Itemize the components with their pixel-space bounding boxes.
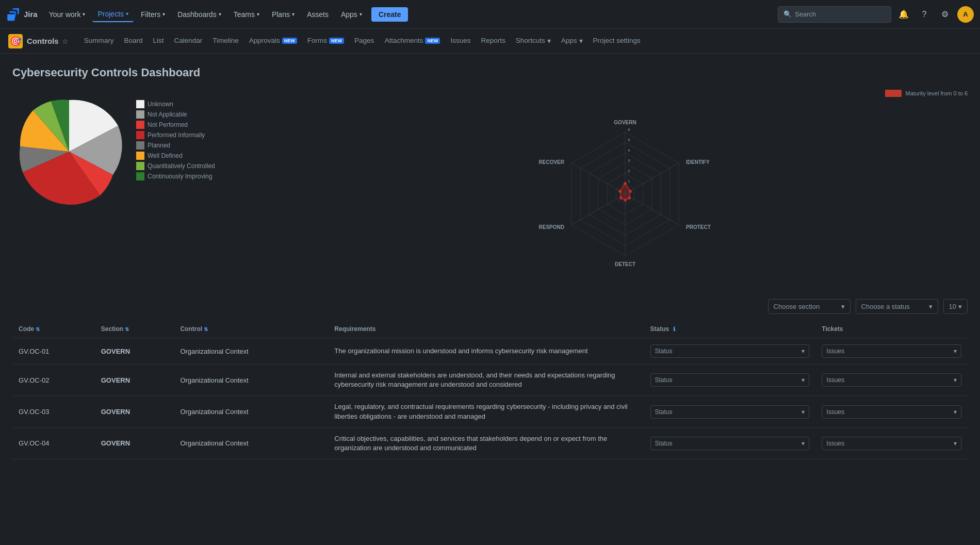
tab-shortcuts[interactable]: Shortcuts ▾ <box>511 29 556 53</box>
nav-dashboards[interactable]: Dashboards ▾ <box>172 7 226 22</box>
status-dropdown[interactable]: Status ▾ <box>650 437 810 450</box>
page-size-dropdown[interactable]: 10 ▾ <box>943 299 968 314</box>
chevron-down-icon: ▾ <box>219 11 221 17</box>
legend-swatch <box>136 110 144 119</box>
nav-your-work[interactable]: Your work ▾ <box>44 7 91 22</box>
info-icon[interactable]: ℹ <box>673 326 675 332</box>
col-header-control[interactable]: Control ⇅ <box>174 320 328 338</box>
tickets-cell: Issues ▾ <box>815 365 968 396</box>
help-button[interactable]: ? <box>916 6 933 23</box>
svg-text:IDENTIFY: IDENTIFY <box>686 159 710 165</box>
control-cell: Organizational Context <box>174 427 328 459</box>
avatar[interactable]: A <box>957 6 974 23</box>
tab-board[interactable]: Board <box>119 29 148 53</box>
legend-swatch <box>136 172 144 180</box>
tab-apps[interactable]: Apps ▾ <box>556 29 588 53</box>
col-header-code[interactable]: Code ⇅ <box>12 320 95 338</box>
legend-swatch <box>136 152 144 160</box>
col-header-section[interactable]: Section ⇅ <box>95 320 174 338</box>
svg-text:RESPOND: RESPOND <box>539 224 564 230</box>
radar-chart-svg: 6 5 4 3 2 1 <box>501 101 749 287</box>
section-cell: GOVERN <box>95 396 174 427</box>
nav-teams[interactable]: Teams ▾ <box>228 7 265 22</box>
chevron-down-icon: ▾ <box>954 348 957 355</box>
project-name: Controls <box>27 37 59 45</box>
star-button[interactable]: ☆ <box>62 37 69 45</box>
chevron-down-icon: ▾ <box>954 376 957 384</box>
legend-well-defined: Well Defined <box>136 152 215 160</box>
nav-apps[interactable]: Apps ▾ <box>336 7 367 22</box>
tab-list[interactable]: List <box>148 29 169 53</box>
chevron-down-icon: ▾ <box>292 11 295 17</box>
svg-point-23 <box>619 196 623 200</box>
col-header-status: Status ℹ <box>644 320 816 338</box>
svg-point-20 <box>629 190 632 193</box>
issues-dropdown[interactable]: Issues ▾ <box>822 344 961 358</box>
notifications-button[interactable]: 🔔 <box>895 6 912 23</box>
legend-unknown: Unknown <box>136 100 215 108</box>
control-cell: Organizational Context <box>174 396 328 427</box>
app-name: Jira <box>24 10 38 19</box>
chevron-down-icon: ▾ <box>83 11 85 17</box>
app-logo[interactable]: Jira <box>6 7 38 22</box>
legend-swatch <box>136 131 144 139</box>
tab-project-settings[interactable]: Project settings <box>588 29 646 53</box>
section-filter-dropdown[interactable]: Choose section ▾ <box>768 299 851 314</box>
svg-text:GOVERN: GOVERN <box>614 120 636 125</box>
col-header-tickets: Tickets <box>815 320 968 338</box>
chart-legend: Unknown Not Applicable Not Performed Per… <box>136 95 215 180</box>
status-dropdown[interactable]: Status ▾ <box>650 373 810 387</box>
legend-not-performed: Not Performed <box>136 121 215 129</box>
project-icon-area[interactable]: 🎯 Controls ☆ <box>8 34 77 48</box>
tab-forms[interactable]: Forms NEW <box>302 29 349 53</box>
chevron-down-icon: ▾ <box>802 376 805 384</box>
top-nav: Jira Your work ▾ Projects ▾ Filters ▾ Da… <box>0 0 980 29</box>
project-tabs: Summary Board List Calendar Timeline App… <box>79 29 646 53</box>
tab-summary[interactable]: Summary <box>79 29 119 53</box>
radar-section: Maturity level from 0 to 6 <box>283 90 968 287</box>
chart-section: Unknown Not Applicable Not Performed Per… <box>12 90 270 287</box>
search-icon: 🔍 <box>783 10 792 18</box>
issues-dropdown[interactable]: Issues ▾ <box>822 437 961 450</box>
issues-dropdown[interactable]: Issues ▾ <box>822 405 961 419</box>
nav-filters[interactable]: Filters ▾ <box>136 7 170 22</box>
tab-pages[interactable]: Pages <box>349 29 379 53</box>
status-cell: Status ▾ <box>644 365 816 396</box>
tab-approvals[interactable]: Approvals NEW <box>244 29 302 53</box>
tab-calendar[interactable]: Calendar <box>169 29 207 53</box>
dashboard-area: Unknown Not Applicable Not Performed Per… <box>12 90 968 287</box>
control-cell: Organizational Context <box>174 365 328 396</box>
section-cell: GOVERN <box>95 427 174 459</box>
new-badge: NEW <box>329 38 344 44</box>
status-dropdown[interactable]: Status ▾ <box>650 405 810 419</box>
requirements-cell: Critical objectives, capabilities, and s… <box>328 427 644 459</box>
nav-assets[interactable]: Assets <box>302 7 334 22</box>
chevron-down-icon: ▾ <box>257 11 259 17</box>
tab-reports[interactable]: Reports <box>476 29 510 53</box>
status-dropdown[interactable]: Status ▾ <box>650 344 810 358</box>
tab-attachments[interactable]: Attachments NEW <box>379 29 445 53</box>
legend-performed-informally: Performed Informally <box>136 131 215 139</box>
svg-text:DETECT: DETECT <box>615 261 635 267</box>
table-row: GV.OC-02 GOVERN Organizational Context I… <box>12 365 968 396</box>
status-filter-dropdown[interactable]: Choose a status ▾ <box>856 299 938 314</box>
nav-projects[interactable]: Projects ▾ <box>92 7 134 22</box>
search-bar[interactable]: 🔍 Search <box>778 6 891 23</box>
legend-swatch <box>136 100 144 108</box>
radar-chart-wrap: 6 5 4 3 2 1 <box>283 101 968 287</box>
sort-icon: ⇅ <box>204 326 208 332</box>
table-row: GV.OC-04 GOVERN Organizational Context C… <box>12 427 968 459</box>
status-cell: Status ▾ <box>644 338 816 365</box>
sort-icon: ⇅ <box>36 326 40 332</box>
settings-button[interactable]: ⚙ <box>937 6 953 23</box>
tab-timeline[interactable]: Timeline <box>207 29 244 53</box>
issues-dropdown[interactable]: Issues ▾ <box>822 373 961 387</box>
chevron-down-icon: ▾ <box>126 11 128 16</box>
chevron-down-icon: ▾ <box>954 440 957 447</box>
pie-chart <box>12 95 126 208</box>
nav-plans[interactable]: Plans ▾ <box>267 7 300 22</box>
requirements-cell: The organizational mission is understood… <box>328 338 644 365</box>
legend-planned: Planned <box>136 141 215 150</box>
tab-issues[interactable]: Issues <box>445 29 476 53</box>
create-button[interactable]: Create <box>371 7 409 22</box>
